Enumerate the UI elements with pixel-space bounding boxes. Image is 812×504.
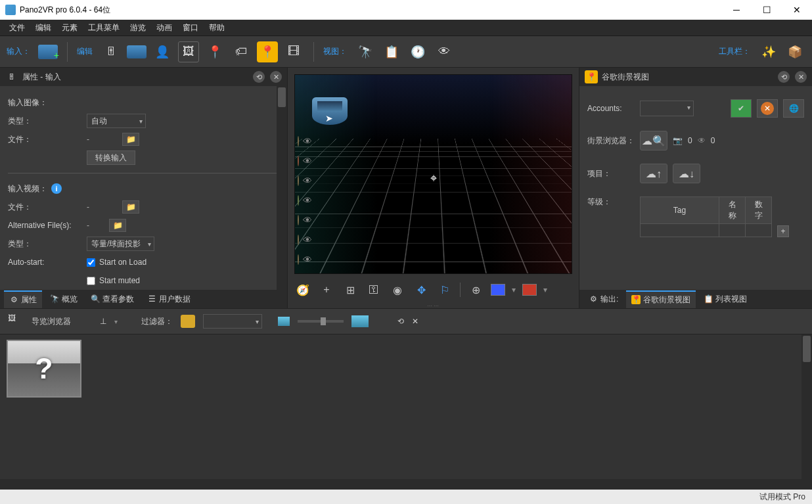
menu-window[interactable]: 窗口	[177, 20, 204, 36]
eye-count: 0	[711, 136, 715, 145]
delete-account-button[interactable]: ✕	[757, 99, 778, 118]
file2-value: -	[87, 202, 122, 212]
main-area: 🎚 属性 - 输入 ⟲ ✕ 输入图像： 类型： 自动 文件： - 📁 转换输入	[0, 68, 812, 308]
chevron-down-icon[interactable]: ▾	[114, 318, 118, 325]
panel-close-button[interactable]: ✕	[412, 317, 418, 326]
file2-browse-button[interactable]: 📁	[122, 200, 139, 214]
thumb-small-icon[interactable]	[278, 317, 290, 326]
filter-combo[interactable]	[203, 314, 262, 329]
color-swatch-red[interactable]	[522, 284, 537, 296]
layer-item[interactable]: 👁	[298, 233, 312, 247]
eye-icon: 👁	[303, 195, 312, 206]
scope-icon[interactable]: ◉	[389, 281, 406, 298]
tab-overview[interactable]: 🔭概览	[45, 291, 83, 308]
cloud-upload-button[interactable]: ☁↑	[640, 164, 667, 183]
tab-output[interactable]: ⚙输出:	[583, 291, 623, 308]
target-icon[interactable]: ⊕	[467, 281, 484, 298]
toolbar-package-icon[interactable]: 📦	[784, 41, 805, 62]
grid-icon[interactable]: ⊞	[342, 281, 359, 298]
menu-tour[interactable]: 游览	[125, 20, 151, 36]
toolbar-pin-icon[interactable]: 📍	[204, 41, 225, 62]
shield-check-icon[interactable]: ✔	[731, 99, 752, 118]
menu-file[interactable]: 文件	[4, 20, 30, 36]
add-row-button[interactable]: +	[777, 225, 789, 237]
file-browse-button[interactable]: 📁	[122, 133, 139, 146]
convert-input-button[interactable]: 转换输入	[87, 150, 135, 165]
toolbar-clock-icon[interactable]: 🕐	[407, 41, 428, 62]
stamp-icon[interactable]: ⊥	[100, 317, 106, 326]
toolbar-star-icon[interactable]: ✨	[758, 41, 779, 62]
compass-icon[interactable]: 🧭	[294, 281, 311, 298]
panorama-thumbnail[interactable]: ?	[7, 340, 81, 398]
layer-item[interactable]: 👁	[298, 213, 312, 227]
start-muted-checkbox[interactable]	[87, 277, 95, 285]
layer-item[interactable]: 👁	[298, 193, 312, 208]
tab-list-view[interactable]: 📋列表视图	[698, 291, 752, 308]
toolbar-clipboard-icon[interactable]: 📋	[381, 41, 402, 62]
tab-google-streetview[interactable]: 📍谷歌街景视图	[626, 290, 696, 308]
alt-file-browse-button[interactable]: 📁	[109, 219, 126, 232]
panel-float-button[interactable]: ⟲	[397, 317, 404, 326]
layer-item[interactable]: 👁	[298, 252, 312, 267]
layer-item[interactable]: 👁	[298, 134, 312, 149]
toolbar-streetview-icon[interactable]: 📍	[257, 41, 278, 62]
panel-close-button[interactable]: ✕	[270, 71, 282, 83]
menu-tools[interactable]: 工具菜单	[83, 20, 125, 36]
menu-help[interactable]: 帮助	[204, 20, 230, 36]
properties-scrollbar[interactable]	[277, 86, 287, 290]
toolbar-sliders-icon[interactable]: 🎚	[101, 41, 122, 62]
minimize-button[interactable]: ─	[721, 0, 752, 20]
panel-close-button[interactable]: ✕	[795, 71, 807, 83]
flag-icon[interactable]: ⚐	[436, 281, 453, 298]
toolbar-add-panorama-icon[interactable]: +	[38, 45, 58, 59]
viewport-layer-list: 👁 👁 👁 👁 👁 👁 👁	[298, 134, 312, 267]
crosshair-icon[interactable]: +	[318, 281, 335, 298]
thumb-large-icon[interactable]	[351, 315, 369, 327]
tab-properties[interactable]: ⚙属性	[4, 290, 42, 308]
browser-scrollbar-h[interactable]	[0, 479, 801, 490]
toolbar-panorama-icon[interactable]	[127, 45, 147, 58]
panel-float-button[interactable]: ⟲	[778, 71, 790, 83]
info-icon[interactable]: i	[51, 183, 62, 194]
tab-view-params[interactable]: 🔍查看参数	[85, 291, 139, 308]
browser-scrollbar-v[interactable]	[801, 334, 812, 490]
accounts-combo[interactable]	[640, 101, 694, 116]
layer-item[interactable]: 👁	[298, 154, 312, 168]
tab-user-data[interactable]: ☰用户数据	[142, 291, 196, 308]
splitter-handle[interactable]: ⋯⋯	[288, 303, 579, 308]
toolbar-photos-icon[interactable]: 🖼	[178, 41, 199, 62]
app-icon	[5, 5, 16, 15]
toolbar-binoculars-icon[interactable]: 🔭	[355, 41, 376, 62]
camera-count: 0	[688, 136, 692, 145]
sliders-icon: 🎚	[5, 70, 18, 83]
toolbar-eye-icon[interactable]: 👁	[434, 41, 455, 62]
move-icon[interactable]: ✥	[413, 281, 430, 298]
key-icon[interactable]: ⚿	[365, 281, 382, 298]
menubar: 文件 编辑 元素 工具菜单 游览 动画 窗口 帮助	[0, 20, 812, 36]
maximize-button[interactable]: ☐	[752, 0, 782, 20]
color-swatch-blue[interactable]	[491, 284, 505, 296]
viewport-3d[interactable]: ➤ 👁 👁 👁 👁 👁 👁 👁 ⌖	[294, 74, 572, 274]
type-combo[interactable]: 自动	[87, 114, 146, 128]
type2-combo[interactable]: 等量/球面投影	[87, 237, 154, 251]
menu-edit[interactable]: 编辑	[30, 20, 56, 36]
layer-item[interactable]: 👁	[298, 173, 312, 188]
start-on-load-checkbox[interactable]	[87, 258, 95, 267]
tag-icon[interactable]	[181, 315, 195, 328]
chevron-down-icon[interactable]: ▾	[512, 285, 516, 294]
panel-float-button[interactable]: ⟲	[253, 71, 265, 83]
panorama-drop-icon[interactable]: ➤	[312, 97, 348, 125]
menu-elements[interactable]: 元素	[56, 20, 83, 36]
chevron-down-icon[interactable]: ▾	[543, 285, 547, 294]
close-button[interactable]: ✕	[782, 0, 812, 20]
globe-icon[interactable]: 🌐	[783, 99, 804, 118]
toolbar-link-icon[interactable]: 🏷	[231, 41, 252, 62]
toolbar-person-icon[interactable]: 👤	[152, 41, 173, 62]
menu-animation[interactable]: 动画	[151, 20, 177, 36]
start-on-load-label: Start on Load	[99, 258, 147, 267]
statusbar: 试用模式 Pro	[0, 490, 812, 504]
thumb-size-slider[interactable]	[298, 320, 344, 323]
cloud-download-button[interactable]: ☁↓	[673, 164, 700, 183]
toolbar-film-icon[interactable]: 🎞	[283, 41, 304, 62]
cloud-search-button[interactable]: ☁🔍	[640, 131, 667, 150]
